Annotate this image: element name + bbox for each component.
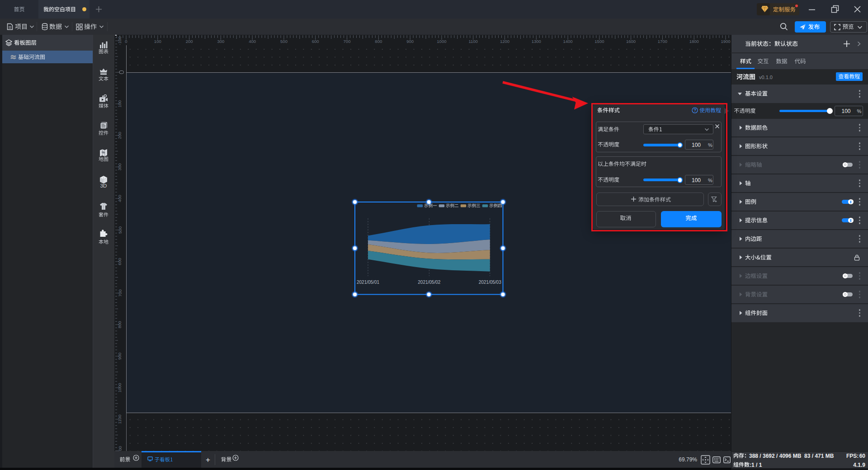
svg-text:100: 100 bbox=[692, 142, 701, 148]
svg-text:2021/05/01: 2021/05/01 bbox=[357, 280, 379, 285]
svg-text:4.1.9: 4.1.9 bbox=[853, 462, 865, 468]
svg-text:388 / 3692 / 4096 MB 83 / 471: 388 / 3692 / 4096 MB 83 / 471 MB bbox=[749, 453, 834, 459]
svg-text:v0.1.0: v0.1.0 bbox=[759, 75, 773, 80]
svg-text::1 / 1: :1 / 1 bbox=[750, 462, 762, 468]
svg-text:69.79%: 69.79% bbox=[679, 456, 697, 463]
svg-text:60: 60 bbox=[859, 453, 866, 459]
svg-text:2021/05/03: 2021/05/03 bbox=[479, 280, 501, 285]
svg-text:100: 100 bbox=[692, 177, 701, 183]
svg-text:FPS:: FPS: bbox=[846, 453, 859, 459]
svg-text:%: % bbox=[708, 178, 712, 183]
svg-text:3D: 3D bbox=[100, 183, 107, 188]
svg-text:+: + bbox=[206, 456, 210, 464]
svg-text:%: % bbox=[708, 142, 712, 148]
svg-text:2021/05/02: 2021/05/02 bbox=[418, 280, 440, 285]
